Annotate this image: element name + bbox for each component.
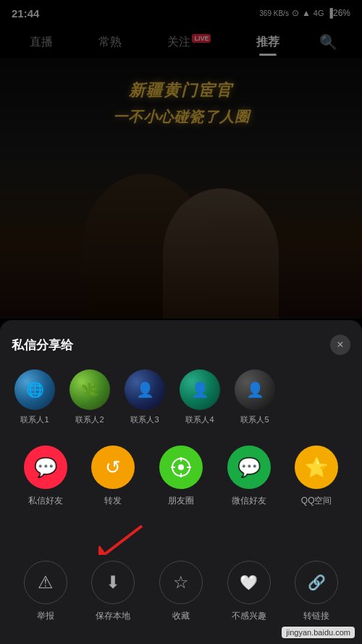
avatar-green-icon: 🌿: [70, 369, 110, 410]
contact-name-1: 联系人1: [20, 414, 49, 425]
link-label: 转链接: [303, 610, 329, 622]
save-label: 保存本地: [96, 610, 130, 622]
contact-avatar-2: 🌿: [70, 369, 110, 410]
repost-label: 转发: [104, 495, 122, 507]
contact-avatar-3: 👤: [125, 369, 165, 410]
watermark: jingyan.baidu.com: [282, 627, 355, 638]
share-title: 私信分享给: [12, 337, 73, 354]
svg-line-7: [106, 526, 142, 553]
watermark-text: jingyan.baidu.com: [282, 627, 355, 638]
contact-name-3: 联系人3: [130, 414, 159, 425]
contact-item-3[interactable]: 👤 联系人3: [122, 369, 168, 425]
collect-icon: ☆: [159, 561, 203, 604]
actions-row-2: ⚠ 举报 ⬇ 保存本地 ☆ 收藏 🤍 不感兴趣 🔗 转链接: [12, 561, 350, 622]
avatar-darkblue-icon: 👤: [125, 369, 165, 410]
not-interested-icon: 🤍: [227, 561, 271, 604]
moments-svg: [169, 456, 193, 479]
not-interested-label: 不感兴趣: [232, 610, 266, 622]
private-message-icon: 💬: [24, 446, 67, 489]
actions-row-1: 💬 私信好友 ↺ 转发 朋友圈: [12, 446, 350, 507]
contact-avatar-5: 👤: [235, 369, 275, 410]
share-header: 私信分享给 ×: [12, 335, 350, 355]
moments-label: 朋友圈: [168, 495, 194, 507]
close-button[interactable]: ×: [330, 335, 350, 355]
contact-item-1[interactable]: 🌐 联系人1: [12, 369, 58, 425]
avatar-dark-icon: 👤: [235, 369, 275, 410]
qq-space-label: QQ空间: [301, 495, 332, 507]
action-link[interactable]: 🔗 转链接: [295, 561, 338, 622]
qq-space-icon: ⭐: [295, 446, 338, 489]
contact-name-2: 联系人2: [75, 414, 104, 425]
contact-item-2[interactable]: 🌿 联系人2: [67, 369, 113, 425]
report-icon: ⚠: [24, 561, 67, 604]
moments-icon: [159, 446, 203, 489]
share-sheet: 私信分享给 × 🌐 联系人1 🌿 联系人2 👤 联系人3 👤 联系人4: [0, 320, 362, 644]
collect-label: 收藏: [172, 610, 190, 622]
action-qq-space[interactable]: ⭐ QQ空间: [295, 446, 338, 507]
action-save[interactable]: ⬇ 保存本地: [91, 561, 135, 622]
wechat-label: 微信好友: [232, 495, 266, 507]
action-private-message[interactable]: 💬 私信好友: [24, 446, 67, 507]
contact-item-5[interactable]: 👤 联系人5: [232, 369, 278, 425]
svg-point-1: [178, 464, 184, 470]
contact-avatar-1: 🌐: [14, 369, 55, 410]
red-arrow: [98, 519, 156, 555]
arrow-area: [12, 519, 350, 555]
action-collect[interactable]: ☆ 收藏: [159, 561, 203, 622]
link-icon: 🔗: [295, 561, 338, 604]
action-moments[interactable]: 朋友圈: [159, 446, 203, 507]
wechat-icon: 💬: [227, 446, 271, 489]
action-wechat[interactable]: 💬 微信好友: [227, 446, 271, 507]
contact-name-5: 联系人5: [240, 414, 269, 425]
avatar-teal-icon: 👤: [180, 369, 220, 410]
contact-avatar-4: 👤: [180, 369, 220, 410]
repost-icon: ↺: [91, 446, 135, 489]
action-repost[interactable]: ↺ 转发: [91, 446, 135, 507]
action-report[interactable]: ⚠ 举报: [24, 561, 67, 622]
save-icon: ⬇: [91, 561, 135, 604]
private-message-label: 私信好友: [28, 495, 63, 507]
contacts-row: 🌐 联系人1 🌿 联系人2 👤 联系人3 👤 联系人4 👤: [12, 369, 350, 428]
contact-name-4: 联系人4: [185, 414, 214, 425]
action-not-interested[interactable]: 🤍 不感兴趣: [227, 561, 271, 622]
report-label: 举报: [37, 610, 54, 622]
avatar-globe-icon: 🌐: [14, 369, 55, 410]
contact-item-4[interactable]: 👤 联系人4: [177, 369, 223, 425]
